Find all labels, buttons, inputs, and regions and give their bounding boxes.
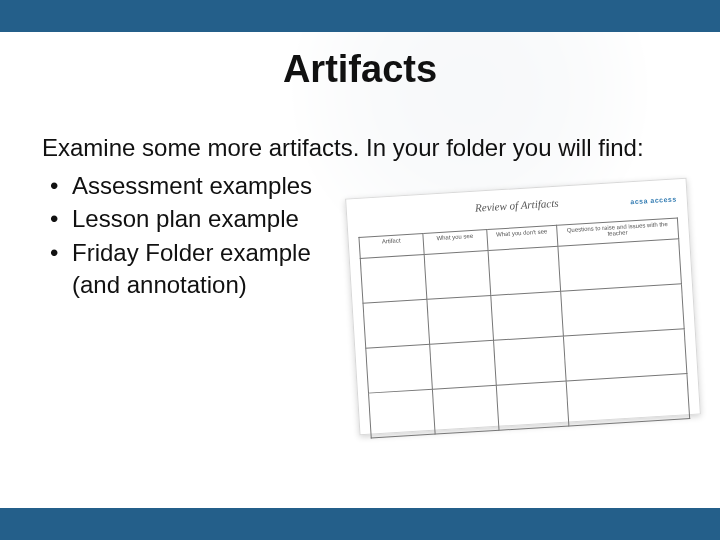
list-item-label: Friday Folder example (and annotation) [72, 237, 312, 300]
worksheet-inner: Review of Artifacts acsa access Artifact… [357, 189, 690, 423]
bullet-icon: • [50, 237, 72, 269]
bottom-border-bar [0, 508, 720, 540]
slide-title: Artifacts [0, 48, 720, 91]
top-border-bar [0, 0, 720, 32]
worksheet-title: Review of Artifacts [357, 189, 677, 221]
worksheet-table: Artifact What you see What you don't see… [358, 217, 690, 438]
bullet-icon: • [50, 170, 72, 202]
worksheet-graphic: Review of Artifacts acsa access Artifact… [345, 178, 701, 435]
list-item-label: Assessment examples [72, 172, 312, 199]
intro-text: Examine some more artifacts. In your fol… [42, 132, 652, 164]
list-item-label: Lesson plan example [72, 205, 299, 232]
slide: Artifacts Examine some more artifacts. I… [0, 0, 720, 540]
title-container: Artifacts [0, 48, 720, 91]
bullet-icon: • [50, 203, 72, 235]
worksheet-logo: acsa access [630, 195, 677, 205]
